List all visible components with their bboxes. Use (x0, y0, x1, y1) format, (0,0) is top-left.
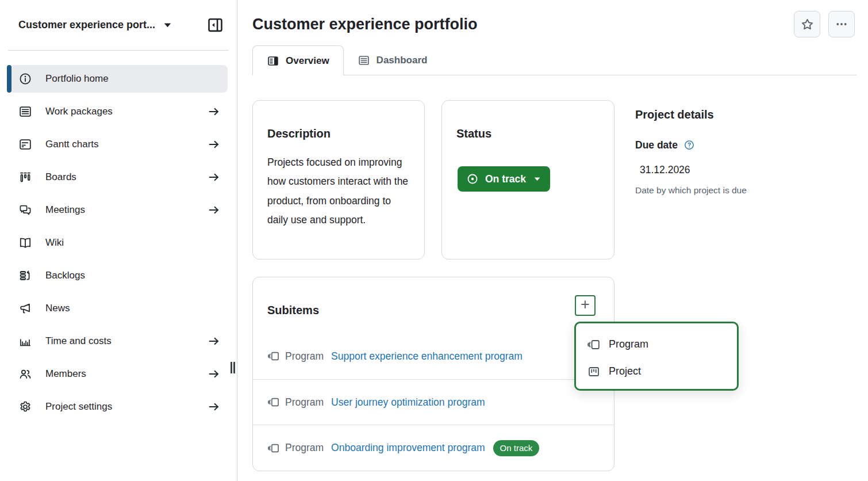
sidebar-item-meetings[interactable]: Meetings (9, 196, 228, 224)
star-icon (800, 17, 815, 32)
subitem-link[interactable]: Support experience enhancement program (331, 350, 523, 362)
subitem-row: Program Support experience enhancement p… (253, 334, 614, 379)
sidebar-item-gantt-charts[interactable]: Gantt charts (9, 131, 228, 158)
arrow-right-icon (207, 367, 221, 381)
arrow-right-icon (207, 203, 221, 217)
sidebar-item-project-settings[interactable]: Project settings (9, 393, 228, 421)
subitem-row: Program Onboarding improvement program O… (253, 425, 614, 471)
sidebar-item-label: Boards (45, 171, 76, 183)
description-card: Description Projects focused on improvin… (252, 100, 425, 259)
more-menu-button[interactable] (828, 11, 855, 37)
project-switcher[interactable]: Customer experience port... (18, 19, 171, 31)
overview-tab-icon (267, 55, 279, 67)
menu-item-label: Program (609, 338, 648, 350)
subitem-type: Program (285, 396, 324, 409)
description-card-title: Description (267, 127, 410, 140)
collapse-panel-icon (206, 16, 224, 34)
sidebar-menu: Portfolio home Work packages Gantt (0, 65, 237, 421)
sidebar-item-label: Meetings (45, 204, 85, 216)
tab-label: Dashboard (377, 55, 428, 66)
subitem-type: Program (285, 350, 324, 362)
description-text: Projects focused on improving how custom… (267, 153, 412, 230)
dashboard-tab-icon (358, 54, 370, 67)
status-card-title: Status (456, 127, 600, 140)
info-circle-icon (18, 72, 32, 86)
status-card: Status On track (441, 100, 614, 259)
people-icon (18, 367, 32, 381)
program-icon (267, 350, 280, 362)
page-title: Customer experience portfolio (252, 16, 478, 33)
meetings-icon (18, 203, 32, 217)
status-badge: On track (493, 440, 540, 456)
menu-item-label: Project (609, 365, 641, 377)
sidebar-resize-handle[interactable] (231, 362, 235, 373)
collapse-sidebar-button[interactable] (206, 16, 224, 34)
main-content: Customer experience portfolio (238, 0, 868, 481)
gantt-chart-icon (18, 138, 32, 151)
subitem-link[interactable]: Onboarding improvement program (331, 442, 485, 454)
subitem-link[interactable]: User journey optimization program (331, 396, 485, 409)
sidebar-item-label: Wiki (45, 237, 64, 249)
bar-chart-icon (18, 334, 32, 348)
sidebar-item-time-and-costs[interactable]: Time and costs (9, 327, 228, 355)
status-label: On track (485, 173, 526, 185)
add-subitem-button[interactable]: + (575, 295, 596, 316)
subitems-list: Program Support experience enhancement p… (253, 334, 614, 471)
project-details-panel: Project details Due date 31.12.2026 Date… (635, 98, 868, 196)
tab-label: Overview (286, 55, 329, 67)
tab-bar: Overview Dashboard (252, 45, 857, 75)
program-icon (267, 396, 280, 409)
sidebar-item-work-packages[interactable]: Work packages (9, 98, 228, 125)
due-date-label-row: Due date (635, 139, 868, 151)
backlogs-icon (18, 269, 32, 283)
page-header: Customer experience portfolio (252, 11, 855, 37)
sidebar-item-portfolio-home[interactable]: Portfolio home (9, 65, 228, 93)
favorite-button[interactable] (794, 11, 820, 37)
gear-icon (18, 400, 32, 414)
page-actions (794, 11, 855, 37)
chevron-down-icon (164, 22, 171, 28)
due-date-value[interactable]: 31.12.2026 (635, 164, 868, 176)
sidebar-item-label: Portfolio home (45, 73, 109, 85)
subitems-card: Subitems + Program Support experience en (252, 277, 614, 471)
sidebar-item-label: Work packages (45, 106, 113, 117)
subitems-header: Subitems (253, 277, 614, 334)
sidebar-item-members[interactable]: Members (9, 360, 228, 388)
overview-content: Description Projects focused on improvin… (252, 100, 868, 471)
program-icon (587, 338, 601, 352)
menu-item-program[interactable]: Program (576, 331, 737, 358)
sidebar-item-wiki[interactable]: Wiki (9, 229, 228, 257)
due-date-label: Due date (635, 139, 678, 151)
sidebar-item-label: Gantt charts (45, 139, 99, 150)
sidebar-item-label: Backlogs (45, 270, 85, 281)
boards-icon (18, 170, 32, 184)
status-dropdown-button[interactable]: On track (458, 166, 550, 192)
program-icon (267, 442, 280, 455)
arrow-right-icon (207, 400, 221, 414)
sidebar-item-boards[interactable]: Boards (9, 163, 228, 191)
project-details-title: Project details (635, 108, 868, 121)
sidebar-header: Customer experience port... (0, 0, 237, 50)
menu-item-project[interactable]: Project (576, 358, 737, 385)
arrow-right-icon (207, 170, 221, 184)
help-icon[interactable] (683, 139, 695, 151)
arrow-right-icon (207, 105, 221, 119)
work-packages-icon (18, 105, 32, 119)
sidebar-divider (8, 50, 229, 51)
subitems-title: Subitems (267, 304, 600, 317)
chevron-down-icon (534, 177, 540, 181)
tab-overview[interactable]: Overview (252, 45, 344, 75)
add-subitem-menu: Program Project (574, 322, 739, 391)
subitem-row: Program User journey optimization progra… (253, 379, 614, 425)
sidebar-item-backlogs[interactable]: Backlogs (9, 262, 228, 289)
sidebar-item-label: News (45, 303, 70, 314)
tab-dashboard[interactable]: Dashboard (344, 45, 441, 75)
due-date-help-text: Date by which project is due (635, 185, 868, 196)
sidebar-item-label: Project settings (45, 401, 112, 413)
sidebar-item-news[interactable]: News (9, 295, 228, 322)
book-icon (18, 236, 32, 250)
megaphone-icon (18, 301, 32, 315)
sidebar-project-title: Customer experience port... (18, 19, 155, 31)
subitem-type: Program (285, 442, 324, 454)
sidebar-item-label: Members (45, 368, 86, 380)
